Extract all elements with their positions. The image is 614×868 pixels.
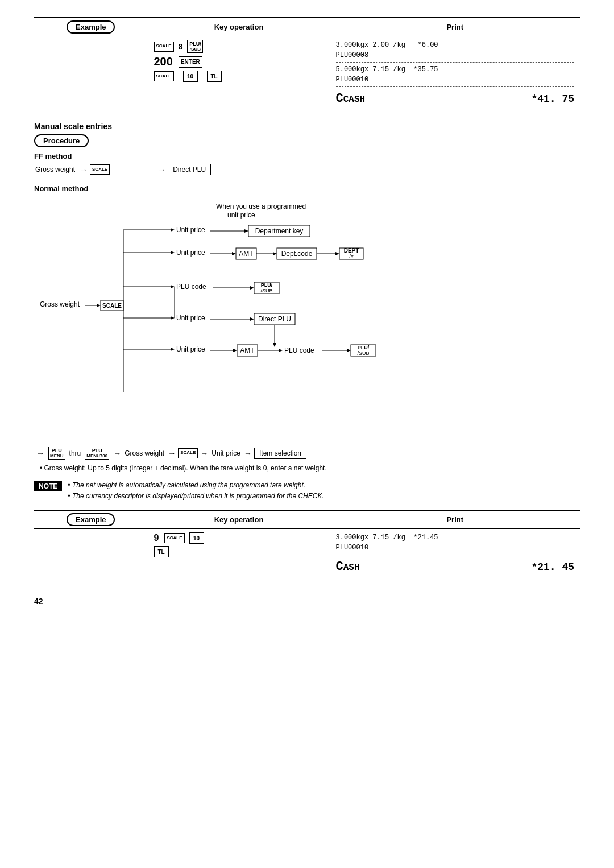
plu-sub-bot2: /SUB xyxy=(357,350,369,356)
bf-arrow2: → xyxy=(168,449,176,458)
unit-price-4: Unit price xyxy=(176,345,205,353)
example2-table: Example Key operation Print 9 SCALE 10 xyxy=(34,510,580,580)
note-box: NOTE • The net weight is automatically c… xyxy=(34,480,580,502)
ff-method-flow: Gross weight → SCALE → Direct PLU xyxy=(34,164,580,175)
num-8: 8 xyxy=(179,42,183,51)
bf-arrow3: → xyxy=(200,449,208,458)
tl-key-1: TL xyxy=(207,71,222,82)
scale-text-normal: SCALE xyxy=(102,303,122,309)
up2-arrow3 xyxy=(335,252,339,255)
num-9: 9 xyxy=(154,533,159,543)
example1-col-example: Example xyxy=(34,18,148,36)
bf-arrow0: → xyxy=(36,449,44,458)
branch3-arrow xyxy=(171,285,175,288)
normal-method-diagram: When you use a programmed unit price Gro… xyxy=(34,199,478,437)
print-line1: 3.000kgx 2.00 /kg *6.00 xyxy=(336,40,575,50)
example1-col-example-body xyxy=(34,36,148,112)
dept-code-text: Dept.code xyxy=(281,250,313,258)
plu-sub-top1: PLU/ xyxy=(261,282,273,288)
print-line3: 5.000kgx 7.15 /kg *35.75 xyxy=(336,64,575,75)
note-text: • The net weight is automatically calcul… xyxy=(68,480,323,502)
bf-plu-key1: PLU MENU xyxy=(48,447,65,460)
example2-col-example-body xyxy=(34,529,148,580)
example2-print-body: 3.000kgx 7.15 /kg *21.45 PLU00010 CASH *… xyxy=(330,529,580,580)
ff-direct-plu: Direct PLU xyxy=(168,164,211,175)
enter-key: ENTER xyxy=(179,56,202,68)
example2-badge: Example xyxy=(67,513,115,526)
example1-print-area: 3.000kgx 2.00 /kg *6.00 PLU00008 5.000kg… xyxy=(336,40,575,108)
print-dash1 xyxy=(336,62,575,63)
ff-gross-label: Gross weight xyxy=(35,166,75,173)
example1-print-body: 3.000kgx 2.00 /kg *6.00 PLU00008 5.000kg… xyxy=(330,36,580,112)
ff-line xyxy=(110,170,155,170)
unit-price-1: Unit price xyxy=(176,226,205,234)
ff-arrow2: → xyxy=(157,165,165,174)
bottom-flow-row: → PLU MENU thru PLU MENU700 → Gross weig… xyxy=(34,447,580,460)
example2-keyop-row2: TL xyxy=(154,546,169,557)
pc1-arrow xyxy=(250,286,254,290)
vert-dp-arrow xyxy=(273,343,276,347)
bf-gross: Gross weight xyxy=(125,449,164,457)
note-line1: • The net weight is automatically calcul… xyxy=(68,480,323,491)
print-dash2 xyxy=(336,86,575,87)
note-unit-text: unit price xyxy=(227,211,255,219)
example2-col-example: Example xyxy=(34,510,148,529)
plu-sub-key-1: PLU/ /SUB xyxy=(187,40,203,53)
procedure-badge-container: Procedure xyxy=(34,134,580,147)
bf-item-selection: Item selection xyxy=(254,448,306,459)
up4-arrow2 xyxy=(279,349,283,352)
branch1-arrow xyxy=(171,228,175,232)
scale-key-2: SCALE xyxy=(154,71,174,81)
bf-arrow4: → xyxy=(244,449,252,458)
unit-price-2: Unit price xyxy=(176,249,205,257)
example1-keyop-row1: SCALE 8 PLU/ /SUB xyxy=(154,40,204,53)
print2-line2: PLU00010 xyxy=(336,543,575,553)
branch5-arrow xyxy=(171,348,175,351)
up1-arrow xyxy=(244,229,248,233)
print2-line1: 3.000kgx 7.15 /kg *21.45 xyxy=(336,532,575,543)
branch4-arrow xyxy=(171,316,175,320)
note-line2: • The currency descriptor is displayed/p… xyxy=(68,491,323,502)
plu-code-2: PLU code xyxy=(284,346,314,354)
bf-thru: thru xyxy=(69,449,81,457)
ex2-tl-key: TL xyxy=(154,546,169,557)
cash-label-2: CASH xyxy=(336,557,360,576)
scale-key-1: SCALE xyxy=(154,42,174,52)
example1-keyop-body: SCALE 8 PLU/ /SUB 200 ENTER SCALE xyxy=(148,36,330,112)
example1-keyop-row3: SCALE 10 TL xyxy=(154,71,222,82)
up2-arrow1 xyxy=(232,252,236,255)
example2-col-keyop: Key operation xyxy=(148,510,330,529)
note-when-text: When you use a programmed xyxy=(216,202,306,210)
plu-sub-top2: PLU/ xyxy=(358,345,370,350)
ex2-num10: 10 xyxy=(189,532,204,544)
gw-arrow xyxy=(97,304,101,307)
gross-weight-label: Gross weight xyxy=(40,300,80,308)
example1-col-print: Print xyxy=(330,18,580,36)
cash-value-1: *41. 75 xyxy=(531,92,574,107)
bf-unit-price: Unit price xyxy=(211,449,240,457)
example1-table: Example Key operation Print SCALE 8 PLU/ xyxy=(34,17,580,111)
ff-arrow1: → xyxy=(80,165,88,174)
num-200: 200 xyxy=(154,55,173,68)
dept-key-text: Department key xyxy=(255,227,304,235)
up4-arrow3 xyxy=(347,349,351,352)
dept-hash-top: DEPT xyxy=(344,247,359,254)
bf-plu-key2: PLU MENU700 xyxy=(85,447,109,460)
dept-hash-bot: /# xyxy=(349,254,354,259)
print2-cash-row: CASH *21. 45 xyxy=(336,557,575,576)
note-badge: NOTE xyxy=(34,481,62,491)
example2-print-area: 3.000kgx 7.15 /kg *21.45 PLU00010 CASH *… xyxy=(336,532,575,576)
up2-arrow2 xyxy=(273,252,277,255)
direct-plu-text: Direct PLU xyxy=(258,315,291,323)
example2-col-print: Print xyxy=(330,510,580,529)
normal-method-title: Normal method xyxy=(34,184,580,193)
num-10-key: 10 xyxy=(183,71,198,82)
plu-code-1: PLU code xyxy=(176,283,206,291)
ex2-scale-key: SCALE xyxy=(164,533,184,543)
bullet-note: • Gross weight: Up to 5 digits (integer … xyxy=(40,464,580,472)
example1-col-keyop: Key operation xyxy=(148,18,330,36)
example2-keyop-layout: 9 SCALE 10 TL xyxy=(154,532,324,557)
example1-keyop-row2: 200 ENTER xyxy=(154,55,202,68)
dp-arrow xyxy=(250,317,254,321)
ff-method-title: FF method xyxy=(34,152,580,160)
